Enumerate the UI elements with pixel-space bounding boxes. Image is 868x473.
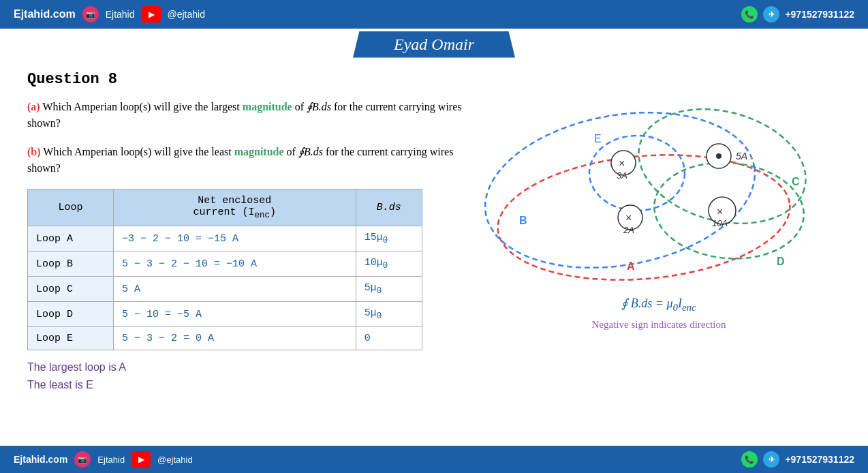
header-left: Ejtahid.com 📷 Ejtahid ▶ @ejtahid [14, 6, 205, 22]
formula-area: ∮ B.ds = μ0Ienc [477, 296, 841, 314]
website-label: Ejtahid.com [14, 8, 76, 20]
author-name: Eyad Omair [353, 31, 515, 58]
part-b-text: Which Amperian loop(s) will give the lea… [43, 146, 234, 157]
svg-text:D: D [777, 256, 785, 267]
diagram-container: 5A × 3A × 2A × 10A B E C A D [477, 85, 818, 289]
loop-current: 5 − 3 − 2 = 0 A [114, 327, 356, 350]
telegram-icon: ✈ [763, 6, 779, 22]
instagram-label: Ejtahid [106, 9, 135, 20]
loop-label: Loop A [28, 226, 114, 251]
col-header-current: Net enclosedcurrent (Ienc) [114, 189, 356, 226]
table-row: Loop B 5 − 3 − 2 − 10 = −10 A 10μ0 [28, 251, 422, 277]
loop-current: 5 − 3 − 2 − 10 = −10 A [114, 251, 356, 277]
question-title: Question 8 [27, 71, 463, 88]
svg-text:2A: 2A [623, 225, 634, 235]
answer-line1: The largest loop is A [27, 358, 463, 376]
footer-left: Ejtahid.com 📷 Ejtahid ▶ @ejtahid [14, 451, 193, 468]
table-row: Loop A −3 − 2 − 10 = −15 A 15μ0 [28, 226, 422, 251]
table-row: Loop E 5 − 3 − 2 = 0 A 0 [28, 327, 422, 350]
table-row: Loop D 5 − 10 = −5 A 5μ0 [28, 302, 422, 327]
col-header-loop: Loop [28, 189, 114, 226]
svg-text:×: × [619, 157, 625, 169]
svg-text:3A: 3A [617, 170, 627, 181]
footer-phone-icon: 📞 [741, 451, 758, 468]
phone-number: +971527931122 [785, 9, 854, 20]
loop-current: 5 − 10 = −5 A [114, 302, 356, 327]
left-panel: Question 8 (a) Which Amperian loop(s) wi… [27, 71, 463, 393]
footer-website: Ejtahid.com [14, 454, 67, 465]
loop-bds: 5μ0 [356, 302, 422, 327]
youtube-icon: ▶ [142, 6, 161, 22]
loop-label: Loop E [28, 327, 114, 350]
part-a-magnitude: magnitude [243, 101, 292, 112]
data-table: Loop Net enclosedcurrent (Ienc) B.ds Loo… [27, 189, 422, 350]
svg-point-6 [716, 153, 722, 159]
header-bar: Ejtahid.com 📷 Ejtahid ▶ @ejtahid 📞 ✈ +97… [0, 0, 868, 29]
loop-current: −3 − 2 − 10 = −15 A [114, 226, 356, 251]
header-right: 📞 ✈ +971527931122 [741, 6, 854, 22]
footer-phone: +971527931122 [785, 454, 854, 465]
footer-instagram: Ejtahid [97, 455, 125, 465]
question-part-a: (a) Which Amperian loop(s) will give the… [27, 99, 463, 132]
col-header-bds: B.ds [356, 189, 422, 226]
svg-text:E: E [594, 133, 602, 144]
loop-bds: 10μ0 [356, 251, 422, 277]
note-text: Negative sign indicates direction [477, 319, 841, 331]
question-part-b: (b) Which Amperian loop(s) will give the… [27, 144, 463, 177]
footer-yt-icon: ▶ [131, 451, 151, 468]
svg-text:×: × [717, 206, 723, 217]
right-panel: 5A × 3A × 2A × 10A B E C A D [477, 71, 841, 393]
phone-icon: 📞 [741, 6, 758, 22]
svg-text:B: B [519, 215, 527, 226]
part-b-label: (b) [27, 146, 41, 157]
svg-point-4 [589, 136, 685, 211]
footer-right: 📞 ✈ +971527931122 [741, 451, 854, 468]
youtube-label: @ejtahid [168, 9, 205, 20]
footer-ig-icon: 📷 [74, 451, 91, 468]
loop-label: Loop C [28, 277, 114, 302]
svg-text:5A: 5A [736, 151, 747, 162]
loop-label: Loop D [28, 302, 114, 327]
svg-point-0 [493, 144, 795, 289]
loop-bds: 0 [356, 327, 422, 350]
loop-label: Loop B [28, 251, 114, 277]
loop-diagram: 5A × 3A × 2A × 10A B E C A D [477, 85, 818, 289]
svg-text:10A: 10A [712, 218, 728, 228]
banner: Eyad Omair [0, 29, 868, 60]
footer-bar: Ejtahid.com 📷 Ejtahid ▶ @ejtahid 📞 ✈ +97… [0, 446, 868, 473]
answer-line2: The least is E [27, 376, 463, 394]
formula-text: ∮ B.ds = μ0Ienc [621, 296, 696, 310]
footer-telegram-icon: ✈ [763, 451, 779, 468]
main-content: Question 8 (a) Which Amperian loop(s) wi… [0, 60, 868, 400]
part-a-text: Which Amperian loop(s) will give the lar… [42, 101, 242, 112]
loop-bds: 15μ0 [356, 226, 422, 251]
instagram-icon: 📷 [82, 6, 99, 22]
svg-text:C: C [792, 176, 800, 187]
footer-youtube: @ejtahid [157, 455, 193, 465]
svg-text:A: A [627, 260, 635, 272]
loop-current: 5 A [114, 277, 356, 302]
answer-area: The largest loop is A The least is E [27, 358, 463, 393]
svg-text:×: × [625, 212, 632, 224]
part-b-magnitude: magnitude [234, 146, 284, 157]
part-a-label: (a) [27, 101, 40, 112]
loop-bds: 5μ0 [356, 277, 422, 302]
table-row: Loop C 5 A 5μ0 [28, 277, 422, 302]
